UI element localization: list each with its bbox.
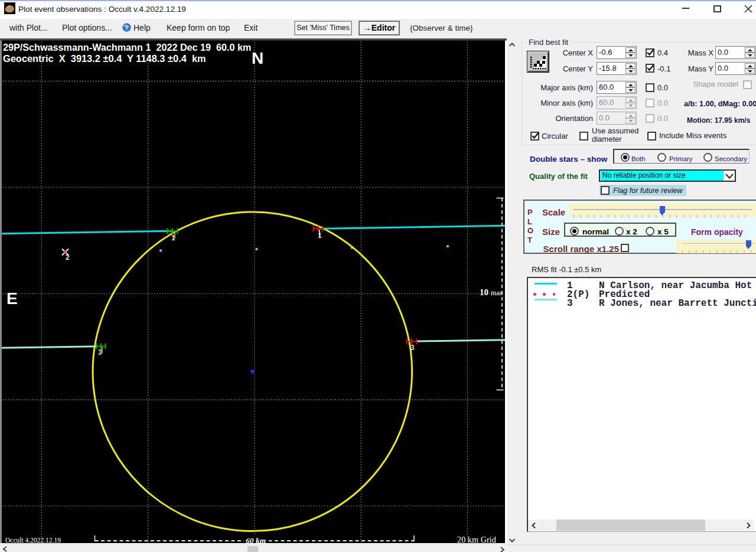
svg-text:29P/Schwassmann-Wachmann 1 20: 29P/Schwassmann-Wachmann 1 2022 Dec 19 6… (3, 42, 252, 53)
svg-text:Occult 4.2022.12.19: Occult 4.2022.12.19 (5, 537, 61, 544)
svg-text:20 km Grid: 20 km Grid (457, 535, 496, 544)
svg-text:1: 1 (171, 234, 175, 242)
svg-text:1: 1 (318, 231, 322, 240)
svg-text:N: N (252, 49, 263, 67)
svg-text:Geocentric X 3913.2 ±0.4 Y: Geocentric X 3913.2 ±0.4 Y 1148.3 ±0.4 k… (3, 53, 206, 64)
svg-text:2: 2 (66, 253, 70, 262)
svg-text:?: ? (125, 24, 129, 31)
svg-text:10 mas: 10 mas (480, 288, 503, 297)
svg-text:E: E (6, 289, 18, 308)
svg-text:3: 3 (98, 348, 102, 357)
svg-text:3: 3 (410, 344, 415, 352)
svg-text:60 km: 60 km (246, 536, 266, 544)
